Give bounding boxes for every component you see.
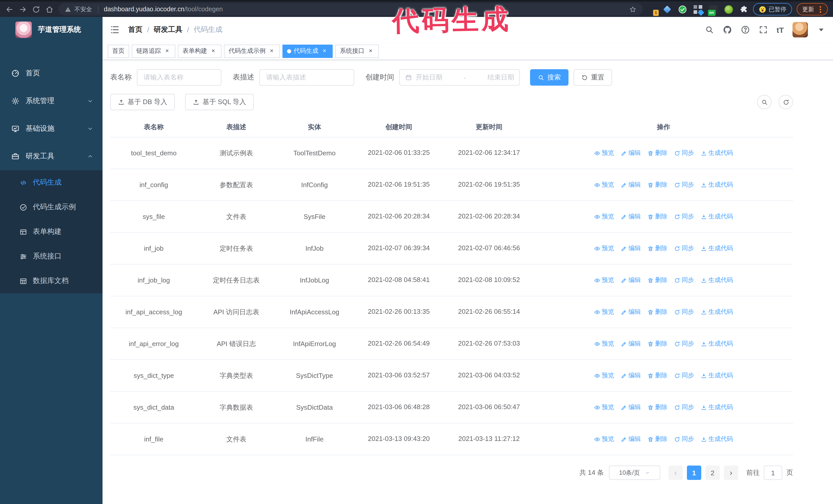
sync-action-link[interactable]: 同步: [674, 212, 694, 221]
edit-action-link[interactable]: 编辑: [621, 371, 641, 380]
reload-icon[interactable]: [32, 5, 41, 14]
edit-action-link[interactable]: 编辑: [621, 244, 641, 253]
end-date-placeholder[interactable]: 结束日期: [487, 73, 514, 82]
delete-action-link[interactable]: 删除: [647, 276, 667, 285]
home-icon[interactable]: [45, 5, 54, 14]
extension-orange-icon[interactable]: 1: [647, 5, 656, 14]
close-tab-icon[interactable]: ×: [367, 47, 374, 55]
edit-action-link[interactable]: 编辑: [621, 339, 641, 348]
sidebar-item-codegen[interactable]: 代码生成: [0, 170, 102, 195]
sidebar-item-form-builder[interactable]: 表单构建: [0, 219, 102, 244]
header-search-icon[interactable]: [705, 25, 714, 34]
preview-action-link[interactable]: 预览: [594, 403, 614, 412]
generate-code-action-link[interactable]: 生成代码: [701, 308, 733, 316]
extension-dark-icon[interactable]: on: [709, 5, 717, 14]
sync-action-link[interactable]: 同步: [674, 244, 694, 253]
tab-codegen-example[interactable]: 代码生成示例 ×: [224, 44, 280, 58]
hamburger-icon[interactable]: [110, 25, 120, 35]
table-name-input[interactable]: 请输入表名称: [137, 69, 221, 86]
generate-code-action-link[interactable]: 生成代码: [701, 276, 733, 285]
tab-trace[interactable]: 链路追踪 ×: [132, 44, 175, 58]
page-button-1[interactable]: 1: [687, 465, 701, 480]
search-button[interactable]: 搜索: [530, 69, 569, 86]
forward-icon[interactable]: [19, 5, 27, 14]
tab-home[interactable]: 首页: [108, 44, 129, 58]
start-date-placeholder[interactable]: 开始日期: [416, 73, 443, 82]
breadcrumb-home[interactable]: 首页: [128, 25, 143, 34]
docs-question-icon[interactable]: [741, 25, 750, 34]
generate-code-action-link[interactable]: 生成代码: [701, 403, 733, 412]
close-tab-icon[interactable]: ×: [321, 47, 328, 55]
preview-action-link[interactable]: 预览: [594, 212, 614, 221]
page-size-select[interactable]: 10条/页: [609, 465, 660, 480]
extension-grid-icon[interactable]: [693, 5, 702, 14]
preview-action-link[interactable]: 预览: [594, 435, 614, 443]
next-page-button[interactable]: ›: [724, 465, 738, 480]
refresh-table-button[interactable]: [779, 95, 793, 109]
delete-action-link[interactable]: 删除: [647, 244, 667, 253]
profile-paused-pill[interactable]: 已暂停: [753, 3, 792, 16]
generate-code-action-link[interactable]: 生成代码: [701, 149, 733, 158]
db-import-button[interactable]: 基于 DB 导入: [110, 94, 175, 110]
sync-action-link[interactable]: 同步: [674, 403, 694, 412]
sidebar-item-db-doc[interactable]: 数据库文档: [0, 269, 102, 293]
sync-action-link[interactable]: 同步: [674, 308, 694, 316]
close-tab-icon[interactable]: ×: [210, 47, 217, 55]
back-icon[interactable]: [5, 5, 14, 14]
preview-action-link[interactable]: 预览: [594, 308, 614, 316]
generate-code-action-link[interactable]: 生成代码: [701, 212, 733, 221]
delete-action-link[interactable]: 删除: [647, 339, 667, 348]
browser-update-button[interactable]: 更新: [796, 3, 828, 16]
close-tab-icon[interactable]: ×: [268, 47, 275, 55]
sync-action-link[interactable]: 同步: [674, 276, 694, 285]
delete-action-link[interactable]: 删除: [647, 181, 667, 189]
sync-action-link[interactable]: 同步: [674, 181, 694, 189]
toggle-search-button[interactable]: [757, 95, 771, 109]
bookmark-star-icon[interactable]: [629, 5, 636, 13]
generate-code-action-link[interactable]: 生成代码: [701, 339, 733, 348]
app-logo-row[interactable]: 芋道管理系统: [0, 17, 102, 43]
extension-check-icon[interactable]: [678, 5, 687, 14]
preview-action-link[interactable]: 预览: [594, 371, 614, 380]
delete-action-link[interactable]: 删除: [647, 403, 667, 412]
edit-action-link[interactable]: 编辑: [621, 149, 641, 158]
address-bar[interactable]: 不安全 dashboard.yudao.iocoder.cn/tool/code…: [58, 3, 643, 16]
delete-action-link[interactable]: 删除: [647, 371, 667, 380]
sidebar-item-codegen-example[interactable]: 代码生成示例: [0, 195, 102, 219]
goto-page-input[interactable]: 1: [764, 465, 782, 480]
sidebar-item-infrastructure[interactable]: 基础设施: [0, 115, 102, 143]
sidebar-item-dev-tools[interactable]: 研发工具: [0, 143, 102, 170]
extensions-puzzle-icon[interactable]: [739, 5, 748, 14]
sync-action-link[interactable]: 同步: [674, 149, 694, 158]
delete-action-link[interactable]: 删除: [647, 435, 667, 443]
browser-menu-kebab-icon[interactable]: [820, 8, 821, 10]
delete-action-link[interactable]: 删除: [647, 149, 667, 158]
generate-code-action-link[interactable]: 生成代码: [701, 244, 733, 253]
edit-action-link[interactable]: 编辑: [621, 181, 641, 189]
reset-button[interactable]: 重置: [574, 69, 612, 86]
delete-action-link[interactable]: 删除: [647, 308, 667, 316]
tab-system-api[interactable]: 系统接口 ×: [335, 44, 379, 58]
font-size-icon[interactable]: tT: [777, 25, 784, 34]
sync-action-link[interactable]: 同步: [674, 435, 694, 443]
preview-action-link[interactable]: 预览: [594, 339, 614, 348]
edit-action-link[interactable]: 编辑: [621, 308, 641, 316]
sidebar-item-system-management[interactable]: 系统管理: [0, 87, 102, 115]
preview-action-link[interactable]: 预览: [594, 244, 614, 253]
date-range-input[interactable]: 开始日期 - 结束日期: [399, 69, 520, 86]
preview-action-link[interactable]: 预览: [594, 276, 614, 285]
sidebar-item-system-api[interactable]: 系统接口: [0, 244, 102, 269]
edit-action-link[interactable]: 编辑: [621, 276, 641, 285]
avatar[interactable]: [792, 22, 808, 38]
extension-green-icon[interactable]: [724, 5, 733, 14]
tab-form-builder[interactable]: 表单构建 ×: [178, 44, 221, 58]
sync-action-link[interactable]: 同步: [674, 371, 694, 380]
delete-action-link[interactable]: 删除: [647, 212, 667, 221]
table-desc-input[interactable]: 请输入表描述: [259, 69, 354, 86]
github-icon[interactable]: [723, 25, 732, 34]
avatar-caret-down-icon[interactable]: [816, 25, 826, 34]
page-button-2[interactable]: 2: [705, 465, 720, 480]
preview-action-link[interactable]: 预览: [594, 149, 614, 158]
tab-codegen[interactable]: 代码生成 ×: [282, 44, 333, 58]
edit-action-link[interactable]: 编辑: [621, 212, 641, 221]
